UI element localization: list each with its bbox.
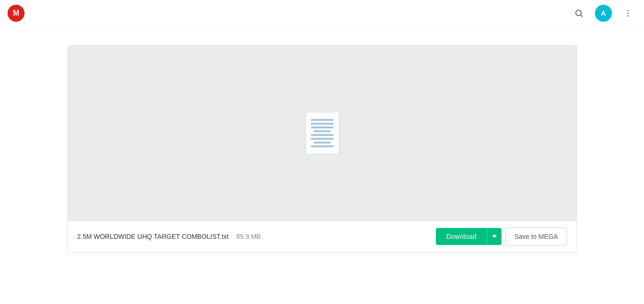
file-line-3 [311, 127, 334, 128]
file-meta: 2.5M WORLDWIDE UHQ TARGET COMBOLIST.txt … [77, 233, 261, 240]
svg-line-1 [581, 15, 583, 17]
download-button[interactable]: Download [436, 228, 487, 245]
search-button[interactable] [570, 5, 587, 22]
download-dropdown-button[interactable] [487, 228, 502, 245]
search-icon [574, 8, 584, 18]
file-line-7 [314, 142, 331, 144]
more-dots-icon [623, 8, 633, 18]
file-name: 2.5M WORLDWIDE UHQ TARGET COMBOLIST.txt [77, 233, 229, 240]
file-actions: Download Save to MEGA [436, 228, 567, 245]
file-line-4 [314, 130, 331, 132]
svg-point-3 [627, 12, 629, 14]
file-line-1 [311, 119, 334, 121]
file-preview-icon [305, 112, 339, 154]
navbar-right: A [570, 5, 636, 22]
save-to-mega-button[interactable]: Save to MEGA [505, 228, 567, 245]
avatar-letter: A [601, 9, 606, 17]
svg-point-4 [627, 15, 629, 17]
user-avatar[interactable]: A [595, 5, 612, 22]
svg-point-2 [627, 9, 629, 11]
file-line-6 [311, 138, 334, 140]
navbar-left: M [8, 5, 25, 22]
chevron-down-icon [492, 235, 497, 238]
preview-area [68, 46, 577, 220]
mega-logo-text: M [13, 9, 19, 17]
file-info-bar: 2.5M WORLDWIDE UHQ TARGET COMBOLIST.txt … [68, 220, 577, 252]
svg-point-0 [576, 10, 581, 16]
download-btn-group: Download [436, 228, 502, 245]
navbar: M A [0, 0, 644, 26]
file-line-2 [311, 123, 334, 125]
file-line-5 [311, 134, 334, 136]
file-line-8 [311, 145, 334, 147]
file-size: 89.9 MB [236, 233, 261, 240]
main-content: 2.5M WORLDWIDE UHQ TARGET COMBOLIST.txt … [0, 26, 644, 271]
file-card: 2.5M WORLDWIDE UHQ TARGET COMBOLIST.txt … [67, 45, 577, 253]
more-options-button[interactable] [619, 5, 636, 22]
mega-logo[interactable]: M [8, 5, 25, 22]
